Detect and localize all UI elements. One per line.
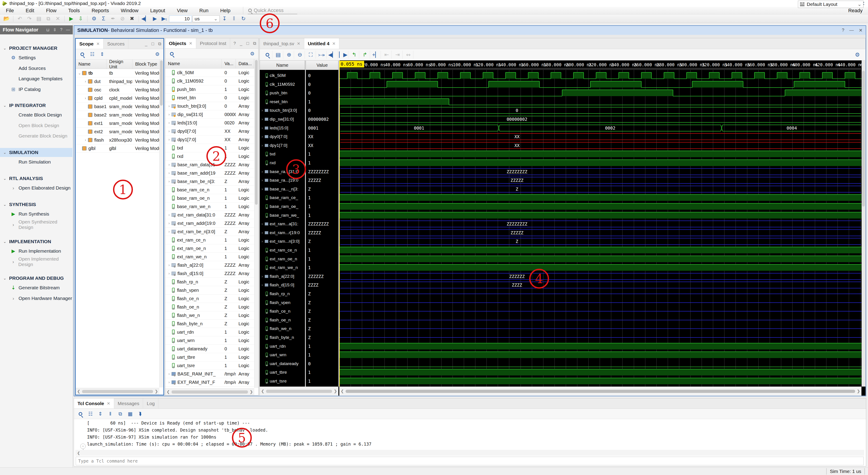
- goto-end-icon[interactable]: ▏▶: [338, 51, 348, 59]
- wave-row-uart_dataready[interactable]: [339, 360, 862, 367]
- chevron-right-icon[interactable]: ›: [260, 108, 265, 112]
- search-icon[interactable]: [262, 51, 272, 59]
- collapse-icon[interactable]: —: [849, 28, 854, 33]
- flow-item-add-sources[interactable]: Add Sources: [0, 64, 73, 73]
- layout-selector[interactable]: Default Layout ⌄: [798, 1, 864, 8]
- wave-row-clk_11M0592[interactable]: [339, 81, 862, 88]
- pause-icon[interactable]: ‖: [229, 15, 239, 23]
- help-icon[interactable]: ?: [60, 27, 62, 32]
- report-icon[interactable]: ▦: [126, 410, 134, 418]
- objects-row-clk_50M[interactable]: clk_50M0Logic: [165, 68, 254, 77]
- column-header-data[interactable]: Data...: [236, 59, 254, 68]
- next-transition-icon[interactable]: ↱: [360, 51, 370, 59]
- objects-row-uart_wrn[interactable]: uart_wrn1Logic: [165, 336, 254, 345]
- scope-row-base1[interactable]: base1sram_modelVerilog Module: [76, 102, 159, 111]
- wave-signal-value[interactable]: 1: [306, 98, 338, 106]
- objects-row-EXT_RAM_INIT_F[interactable]: ›EXT_RAM_INIT_F/tmp/eArray: [165, 378, 254, 387]
- objects-row-leds[15:0][interactable]: ›leds[15:0]0020Array: [165, 119, 254, 127]
- wave-signal-value[interactable]: 0001: [306, 124, 338, 132]
- close-tab-icon[interactable]: ✕: [297, 41, 301, 46]
- float-icon[interactable]: _: [145, 41, 147, 47]
- scope-row-osc[interactable]: oscclockVerilog Module: [76, 86, 159, 94]
- scope-row-base2[interactable]: base2sram_modelVerilog Module: [76, 111, 159, 119]
- menu-file[interactable]: File: [0, 7, 20, 14]
- chevron-right-icon[interactable]: ›: [260, 143, 265, 147]
- menu-run[interactable]: Run: [193, 7, 214, 14]
- console-tab-log[interactable]: Log: [143, 398, 158, 409]
- chevron-right-icon[interactable]: ›: [166, 129, 172, 133]
- menu-layout[interactable]: Layout: [144, 7, 171, 14]
- chevron-right-icon[interactable]: ›: [260, 178, 265, 182]
- column-header-name[interactable]: Name: [165, 59, 222, 68]
- wave-signal-value[interactable]: Z: [306, 316, 338, 324]
- flow-item-create-block-design[interactable]: Create Block Design: [0, 110, 73, 119]
- objects-row-flash_vpen[interactable]: flash_vpenZLogic: [165, 286, 254, 295]
- flow-item-open-elaborated-design[interactable]: ›Open Elaborated Design: [0, 183, 73, 192]
- run-all-icon[interactable]: ▶: [150, 15, 159, 23]
- wave-signal-value[interactable]: 0: [306, 81, 338, 88]
- flow-section-project-manager[interactable]: ⌄PROJECT MANAGER: [0, 43, 73, 53]
- run-icon[interactable]: ▶: [67, 15, 76, 23]
- wave-signal-name[interactable]: ›ext_ram...a[31:: [260, 220, 305, 228]
- menu-flow[interactable]: Flow: [40, 7, 62, 14]
- collapse-all-icon[interactable]: ⊔: [46, 27, 50, 32]
- zoom-fit-icon[interactable]: ⛶: [306, 51, 316, 59]
- flow-section-rtl-analysis[interactable]: ⌄RTL ANALYSIS: [0, 174, 73, 183]
- objects-row-dip_sw[31:0][interactable]: ›dip_sw[31:0]00000002Array: [165, 110, 254, 119]
- wave-signal-value[interactable]: Z: [306, 299, 338, 306]
- chevron-icon[interactable]: ⌄: [77, 71, 82, 75]
- wave-signal-value[interactable]: 1: [306, 351, 338, 359]
- wave-signal-value[interactable]: Z: [306, 185, 338, 193]
- wave-row-ext_ram...a[31:[interactable]: ZZZZZZZZ: [339, 220, 862, 228]
- chevron-right-icon[interactable]: ›: [166, 380, 172, 384]
- wave-signal-value[interactable]: XX: [306, 142, 338, 149]
- float-window-icon[interactable]: ⧉: [253, 41, 256, 46]
- zoom-in-icon[interactable]: ⊕: [284, 51, 294, 59]
- wave-signal-value[interactable]: 00000002: [306, 115, 338, 123]
- sum-icon[interactable]: Σ: [99, 15, 108, 23]
- wave-signal-name[interactable]: ›base_ra..._n[3:: [260, 185, 305, 193]
- menu-window[interactable]: Window: [115, 7, 144, 14]
- goto-start-icon[interactable]: ◀▏: [328, 51, 338, 59]
- wave-timeline-ruler[interactable]: 0.000 ns20.000 ns40.000 ns60.000 ns80.00…: [339, 60, 862, 70]
- wave-signal-name[interactable]: uart_tbre: [260, 368, 305, 376]
- wave-signal-name[interactable]: ext_ram_we_n: [260, 264, 305, 271]
- column-header-design-unit[interactable]: Design Unit: [106, 59, 132, 69]
- expand-all-icon[interactable]: ⇕: [98, 51, 106, 58]
- wave-row-touch_btn[3:0][interactable]: 0: [339, 107, 862, 114]
- wave-row-base_ra...[19:0[interactable]: ZZZZZ: [339, 176, 862, 184]
- close-tab-icon[interactable]: ✕: [332, 41, 336, 46]
- chevron-right-icon[interactable]: ›: [166, 230, 172, 234]
- wave-row-txd[interactable]: [339, 150, 862, 158]
- wave-signal-value[interactable]: 1: [306, 211, 338, 219]
- objects-row-flash_rp_n[interactable]: flash_rp_nZLogic: [165, 278, 254, 286]
- wave-signal-value[interactable]: 1: [306, 255, 338, 263]
- objects-hscrollbar[interactable]: ❮❯: [165, 388, 254, 395]
- chevron-right-icon[interactable]: ›: [166, 162, 172, 167]
- chevron-right-icon[interactable]: ›: [260, 283, 265, 287]
- wave-signal-name[interactable]: base_ram_oe_: [260, 203, 305, 210]
- add-marker-icon[interactable]: +▏: [371, 51, 381, 59]
- scope-row-dut[interactable]: ›dutthinpad_topVerilog Module: [76, 77, 159, 86]
- wave-signal-value[interactable]: 1: [306, 377, 338, 385]
- chevron-right-icon[interactable]: ›: [260, 274, 265, 278]
- wave-signal-value[interactable]: 1: [306, 246, 338, 254]
- wave-row-base_ra...[31:0[interactable]: ZZZZZZZZ: [339, 168, 862, 176]
- wave-signal-value[interactable]: 1: [306, 203, 338, 210]
- flow-item-run-synthesis[interactable]: ▶Run Synthesis: [0, 209, 73, 218]
- objects-row-flash_byte_n[interactable]: flash_byte_nZLogic: [165, 320, 254, 328]
- wave-signal-value[interactable]: ZZZZZZZZ: [306, 168, 338, 176]
- expand-icon[interactable]: ⇳: [53, 27, 57, 32]
- flow-section-implementation[interactable]: ⌄IMPLEMENTATION: [0, 237, 73, 246]
- copy-icon[interactable]: ⧉: [116, 410, 125, 418]
- wave-row-flash_we_n[interactable]: [339, 325, 862, 332]
- flow-section-ip-integrator[interactable]: ⌄IP INTEGRATOR: [0, 101, 73, 110]
- objects-row-push_btn[interactable]: push_btn1Logic: [165, 85, 254, 94]
- wave-signal-name[interactable]: ›leds[15:0]: [260, 124, 305, 132]
- scope-tab-sources[interactable]: Sources: [103, 39, 128, 49]
- wave-row-rxd[interactable]: [339, 159, 862, 167]
- wave-names-hscrollbar[interactable]: ❮❯: [260, 387, 338, 395]
- search-icon[interactable]: [76, 410, 85, 418]
- flow-item-settings[interactable]: ⚙Settings: [0, 53, 73, 62]
- wave-signal-name[interactable]: clk_11M0592: [260, 81, 305, 88]
